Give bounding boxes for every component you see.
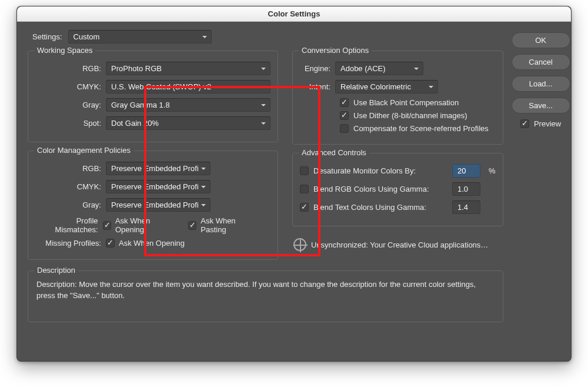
ask-open-missing-label: Ask When Opening — [119, 239, 185, 248]
ask-paste-label: Ask When Pasting — [201, 216, 260, 234]
working-spaces-fieldset: Working Spaces RGB: ProPhoto RGB CMYK: U… — [28, 51, 278, 142]
sync-icon — [293, 238, 306, 251]
description-legend: Description — [34, 266, 78, 275]
scene-ref-label: Compensate for Scene-referred Profiles — [353, 124, 489, 133]
cm-cmyk-label: CMYK: — [35, 182, 106, 191]
advanced-fieldset: Advanced Controls Desaturate Monitor Col… — [292, 153, 503, 226]
settings-label: Settings: — [32, 32, 62, 41]
working-spaces-legend: Working Spaces — [34, 46, 95, 55]
color-mgmt-legend: Color Management Policies — [34, 146, 133, 155]
desat-label: Desaturate Monitor Colors By: — [313, 166, 447, 175]
ws-spot-select[interactable]: Dot Gain 20% — [106, 116, 270, 130]
ask-open-missing-checkbox[interactable] — [106, 239, 115, 248]
dialog-content: Settings: Custom Working Spaces RGB: Pro… — [17, 22, 571, 333]
scene-ref-checkbox[interactable] — [340, 124, 349, 133]
conversion-legend: Conversion Options — [299, 46, 372, 55]
ask-open-mismatch-checkbox[interactable] — [103, 221, 111, 230]
preview-label: Preview — [534, 119, 561, 128]
button-panel: OK Cancel Load... Save... Preview — [512, 30, 570, 322]
settings-row: Settings: Custom — [28, 30, 503, 44]
load-button[interactable]: Load... — [512, 76, 570, 92]
color-mgmt-fieldset: Color Management Policies RGB: Preserve … — [28, 151, 278, 260]
ws-cmyk-label: CMYK: — [35, 82, 106, 91]
ws-spot-label: Spot: — [35, 119, 106, 128]
intent-label: Intent: — [300, 82, 335, 91]
desat-input[interactable] — [452, 164, 480, 178]
blend-rgb-checkbox[interactable] — [300, 185, 309, 193]
cancel-button[interactable]: Cancel — [512, 54, 570, 70]
desat-unit: % — [489, 166, 496, 175]
blend-text-label: Blend Text Colors Using Gamma: — [313, 203, 447, 212]
left-column: Working Spaces RGB: ProPhoto RGB CMYK: U… — [28, 51, 278, 268]
advanced-legend: Advanced Controls — [299, 148, 369, 157]
blend-rgb-input[interactable] — [452, 182, 480, 196]
dither-label: Use Dither (8-bit/channel images) — [353, 111, 467, 120]
ws-rgb-select[interactable]: ProPhoto RGB — [106, 62, 270, 75]
profile-mismatch-label: Profile Mismatches: — [35, 216, 103, 234]
sync-text: Unsynchronized: Your Creative Cloud appl… — [311, 240, 488, 249]
ws-rgb-label: RGB: — [35, 64, 106, 73]
ask-paste-checkbox[interactable] — [188, 221, 196, 230]
dither-checkbox[interactable] — [340, 111, 349, 120]
ws-gray-label: Gray: — [35, 101, 106, 109]
conversion-fieldset: Conversion Options Engine: Adobe (ACE) I… — [292, 51, 503, 145]
blend-text-checkbox[interactable] — [300, 203, 309, 212]
ok-button[interactable]: OK — [512, 32, 570, 48]
blend-rgb-label: Blend RGB Colors Using Gamma: — [313, 185, 447, 193]
preview-checkbox[interactable] — [520, 119, 529, 128]
engine-label: Engine: — [300, 64, 335, 73]
sync-row: Unsynchronized: Your Creative Cloud appl… — [292, 235, 503, 252]
cm-cmyk-select[interactable]: Preserve Embedded Profiles — [106, 180, 211, 193]
dialog-title: Color Settings — [17, 6, 571, 22]
right-column: Conversion Options Engine: Adobe (ACE) I… — [292, 51, 503, 268]
cm-gray-select[interactable]: Preserve Embedded Profiles — [106, 198, 211, 212]
save-button[interactable]: Save... — [512, 98, 570, 113]
missing-profiles-label: Missing Profiles: — [35, 239, 106, 248]
engine-select[interactable]: Adobe (ACE) — [335, 62, 423, 75]
ws-gray-select[interactable]: Gray Gamma 1.8 — [106, 98, 270, 112]
description-text: Description: Move the cursor over the it… — [36, 279, 495, 302]
left-panel: Settings: Custom Working Spaces RGB: Pro… — [28, 30, 503, 322]
ws-cmyk-select[interactable]: U.S. Web Coated (SWOP) v2 — [106, 80, 270, 93]
ask-open-mismatch-label: Ask When Opening — [115, 216, 178, 234]
color-settings-dialog: Color Settings Settings: Custom Working … — [16, 6, 572, 362]
cm-rgb-label: RGB: — [35, 164, 106, 173]
cm-rgb-select[interactable]: Preserve Embedded Profiles — [106, 162, 211, 175]
desat-checkbox[interactable] — [300, 166, 309, 175]
blend-text-input[interactable] — [452, 200, 480, 214]
cm-gray-label: Gray: — [35, 200, 106, 209]
intent-select[interactable]: Relative Colorimetric — [335, 80, 438, 93]
black-point-label: Use Black Point Compensation — [353, 98, 459, 107]
black-point-checkbox[interactable] — [340, 98, 349, 107]
two-columns: Working Spaces RGB: ProPhoto RGB CMYK: U… — [28, 51, 503, 268]
description-fieldset: Description Description: Move the cursor… — [28, 270, 503, 322]
settings-select[interactable]: Custom — [68, 30, 212, 44]
